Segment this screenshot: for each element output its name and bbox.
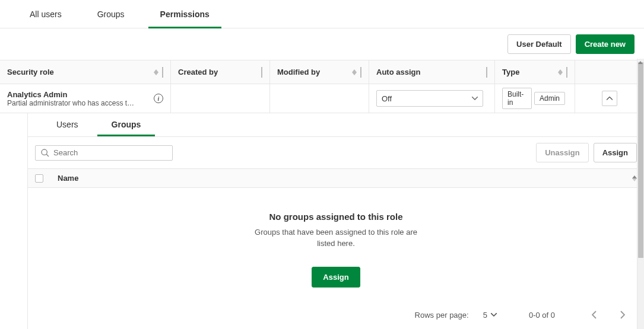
create-new-button[interactable]: Create new [576, 34, 635, 54]
sort-icon [558, 69, 563, 75]
col-security-role[interactable]: Security role [0, 60, 171, 84]
user-default-button[interactable]: User Default [507, 34, 571, 54]
pagination: Rows per page: 5 0-0 of 0 [28, 299, 644, 329]
unassign-button[interactable]: Unassign [536, 143, 589, 162]
chevron-right-icon [620, 311, 625, 319]
col-type[interactable]: Type [495, 60, 575, 84]
detail-toolbar: Unassign Assign [28, 137, 644, 169]
column-resize-handle[interactable] [162, 67, 163, 78]
scrollbar[interactable] [637, 59, 644, 329]
empty-state: No groups assigned to this role Groups t… [28, 188, 644, 299]
rows-per-page-select[interactable]: 5 [483, 311, 497, 320]
column-resize-handle[interactable] [261, 67, 262, 78]
info-icon[interactable]: i [154, 94, 163, 103]
chevron-left-icon [592, 311, 597, 319]
empty-state-title: No groups assigned to this role [40, 212, 632, 222]
modified-by-cell [270, 84, 369, 113]
top-tabs: All users Groups Permissions [0, 0, 644, 28]
pagination-range: 0-0 of 0 [529, 311, 555, 320]
chevron-down-icon [491, 313, 497, 317]
collapse-button[interactable] [602, 91, 617, 106]
role-cell: Analytics Admin Partial administrator wh… [0, 84, 171, 113]
rows-per-page-value: 5 [483, 311, 487, 320]
created-by-cell [171, 84, 270, 113]
name-column-header[interactable]: Name [58, 174, 632, 183]
actions-cell [575, 84, 644, 113]
prev-page-button[interactable] [587, 308, 601, 322]
empty-state-text-2: listed here. [40, 239, 632, 248]
empty-state-text-1: Groups that have been assigned to this r… [40, 228, 632, 237]
col-auto-assign-label: Auto assign [376, 68, 420, 76]
auto-assign-select[interactable]: Off [376, 90, 483, 107]
role-row[interactable]: Analytics Admin Partial administrator wh… [0, 84, 644, 113]
chevron-down-icon [472, 97, 478, 100]
col-created-by-label: Created by [178, 68, 218, 76]
detail-tab-users[interactable]: Users [40, 113, 95, 136]
col-modified-by[interactable]: Modified by [270, 60, 369, 84]
tab-permissions[interactable]: Permissions [142, 0, 227, 28]
select-all-checkbox[interactable] [35, 174, 43, 183]
role-name: Analytics Admin [7, 90, 149, 99]
col-auto-assign[interactable]: Auto assign [369, 60, 495, 84]
sort-icon [632, 175, 637, 181]
column-resize-handle[interactable] [486, 67, 487, 78]
col-type-label: Type [502, 68, 519, 76]
svg-line-1 [46, 154, 49, 156]
scrollbar-thumb[interactable] [638, 62, 643, 258]
detail-tabs: Users Groups [28, 113, 644, 137]
sort-icon [154, 69, 158, 75]
col-created-by[interactable]: Created by [171, 60, 270, 84]
column-resize-handle[interactable] [566, 67, 567, 78]
chevron-up-icon [607, 97, 613, 100]
tab-all-users[interactable]: All users [12, 0, 80, 28]
empty-assign-button[interactable]: Assign [312, 267, 360, 288]
col-actions [575, 60, 644, 84]
toolbar: User Default Create new [0, 28, 644, 60]
type-chip-admin: Admin [534, 92, 565, 105]
column-resize-handle[interactable] [360, 67, 361, 78]
roles-grid-header: Security role Created by Modified by Aut… [0, 60, 644, 84]
groups-table-header: Name [28, 169, 644, 188]
type-chip-builtin: Built-in [502, 88, 532, 109]
col-modified-by-label: Modified by [277, 68, 320, 76]
assign-button[interactable]: Assign [594, 143, 637, 162]
auto-assign-cell: Off [369, 84, 495, 113]
search-icon [40, 148, 50, 158]
type-cell: Built-in Admin [495, 84, 575, 113]
role-detail-panel: Users Groups Unassign Assign Name No gro… [27, 113, 644, 329]
auto-assign-value: Off [382, 94, 392, 103]
rows-per-page-label: Rows per page: [415, 311, 469, 320]
sort-icon [352, 69, 357, 75]
scroll-up-arrow[interactable] [637, 59, 644, 66]
col-security-role-label: Security role [7, 68, 54, 76]
tab-groups[interactable]: Groups [80, 0, 142, 28]
search-input-wrap[interactable] [35, 145, 173, 161]
next-page-button[interactable] [616, 308, 630, 322]
role-description: Partial administrator who has access t… [7, 99, 149, 107]
detail-tab-groups[interactable]: Groups [95, 113, 158, 136]
role-info: Analytics Admin Partial administrator wh… [7, 90, 149, 107]
search-input[interactable] [53, 148, 167, 157]
svg-point-0 [42, 149, 47, 155]
